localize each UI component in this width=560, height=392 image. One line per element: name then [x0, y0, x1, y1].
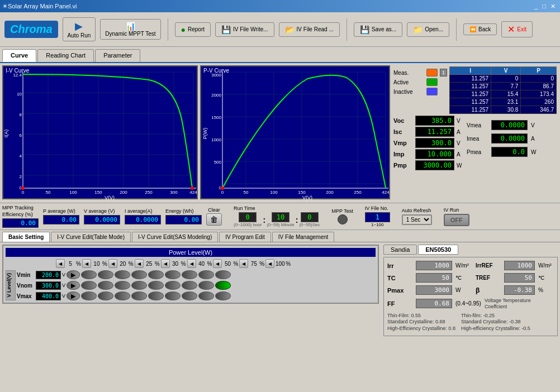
dynamic-mppt-button[interactable]: 📊 Dynamic MPPT Test [100, 19, 160, 40]
tc-input[interactable] [416, 273, 452, 283]
vmax-oval-1[interactable] [81, 291, 97, 300]
vmin-input[interactable] [36, 271, 61, 279]
hour-input[interactable] [239, 212, 257, 222]
pwr-20-down[interactable]: ◀ [108, 259, 117, 268]
tab-sandia[interactable]: Sandia [383, 245, 417, 255]
sec-group: (0~55)Sec [299, 212, 320, 227]
cell-v-0: 0 [491, 75, 521, 83]
vnom-oval-1[interactable] [81, 281, 97, 290]
pwr-10-pct: % [102, 261, 107, 267]
tab-iv-file-mgmt[interactable]: IV File Management [272, 232, 335, 242]
vnom-oval-5[interactable] [148, 281, 164, 290]
pwr-50-down[interactable]: ◀ [213, 259, 222, 268]
vnom-oval-4[interactable] [131, 281, 147, 290]
pmax-input[interactable] [416, 285, 452, 295]
vmax-oval-2[interactable] [98, 291, 113, 300]
irr-ref-input[interactable] [504, 261, 535, 270]
vmax-oval-5[interactable] [148, 291, 164, 300]
tref-input[interactable] [504, 273, 535, 283]
back-button[interactable]: ⏪ Back [463, 23, 497, 35]
vmin-arrow-btn[interactable]: ▶ [67, 270, 80, 279]
vmax-oval-4[interactable] [131, 291, 147, 300]
ff-input[interactable] [416, 299, 452, 308]
auto-refresh-select[interactable]: 1 Sec 2 Sec 5 Sec [402, 214, 432, 225]
iv-write-icon: 💾 [221, 25, 231, 34]
timer-sep-1: : [263, 216, 265, 224]
pwr-75-down[interactable]: ◀ [239, 259, 248, 268]
logo: Chroma [4, 21, 58, 38]
clear-button[interactable]: 🗑 [206, 213, 222, 226]
vmin-oval-6[interactable] [165, 270, 181, 279]
table-row: 11.257 23.1 260 [450, 98, 557, 106]
vmin-oval-7[interactable] [182, 270, 197, 279]
vmp-row: Vmp 300.0 V [393, 138, 463, 148]
sec-input[interactable] [301, 212, 319, 222]
tab-basic-setting[interactable]: Basic Setting [2, 232, 50, 242]
pmp-label: Pmp [393, 162, 413, 169]
tab-iv-sas[interactable]: I-V Curve Edit(SAS Modeling) [132, 232, 218, 242]
vmin-oval-8[interactable] [198, 270, 214, 279]
vmin-oval-2[interactable] [98, 270, 113, 279]
svg-text:10: 10 [17, 92, 22, 97]
vmin-oval-4[interactable] [131, 270, 147, 279]
vmax-oval-6[interactable] [165, 291, 181, 300]
min-input[interactable] [272, 212, 290, 222]
p-avg-value: 0.00 [43, 215, 79, 224]
iv-file-write-button[interactable]: 💾 IV File Write... [215, 22, 274, 37]
open-icon: 📁 [413, 25, 423, 34]
exit-button[interactable]: ✕ Exit [501, 21, 533, 37]
auto-run-button[interactable]: ▶ Auto Run [63, 17, 96, 41]
vmax-oval-9[interactable] [215, 291, 231, 300]
vmax-oval-3[interactable] [115, 291, 130, 300]
vnom-arrow-btn[interactable]: ▶ [67, 281, 80, 290]
restore-btn[interactable]: □ [540, 3, 548, 9]
tab-curve[interactable]: Curve [2, 49, 36, 62]
svg-point-64 [221, 187, 224, 190]
vmin-oval-3[interactable] [115, 270, 130, 279]
vnom-label: Vnom [17, 283, 35, 289]
pwr-30-down[interactable]: ◀ [161, 259, 170, 268]
vmin-oval-1[interactable] [81, 270, 97, 279]
vmin-oval-5[interactable] [148, 270, 164, 279]
vmax-arrow-btn[interactable]: ▶ [67, 291, 80, 300]
tab-en50530[interactable]: EN50530 [418, 245, 458, 255]
pwr-40-down[interactable]: ◀ [187, 259, 196, 268]
tab-reading-chart[interactable]: Reading Chart [37, 49, 94, 62]
open-button[interactable]: 📁 Open... [407, 22, 449, 37]
vnom-oval-7[interactable] [182, 281, 197, 290]
vmax-unit: V [62, 293, 65, 299]
pwr-5-down[interactable]: ◀ [56, 259, 65, 268]
i-avg-label: I average(A) [125, 208, 161, 214]
iv-run-group: IV Run OFF [444, 207, 469, 226]
vmax-oval-8[interactable] [198, 291, 214, 300]
report-button[interactable]: ● Report [175, 22, 211, 37]
vnom-oval-6[interactable] [165, 281, 181, 290]
tab-parameter[interactable]: Parameter [95, 49, 140, 62]
save-as-button[interactable]: 💾 Save as... [354, 22, 402, 37]
cell-i-2: 11.257 [450, 90, 491, 98]
pwr-100-down[interactable]: ◀ [265, 259, 274, 268]
pwr-10-down[interactable]: ◀ [82, 259, 91, 268]
minimize-btn[interactable]: _ [532, 3, 540, 9]
iv-run-button[interactable]: OFF [444, 214, 469, 226]
beta-input[interactable] [504, 285, 535, 295]
meas-indicator-row: Meas. 1 [393, 69, 447, 77]
svg-text:4: 4 [20, 154, 22, 159]
mppt-label: Dynamic MPPT Test [105, 31, 155, 37]
vnom-input[interactable] [36, 281, 61, 290]
iv-file-no-input[interactable] [365, 212, 390, 222]
vmax-input[interactable] [36, 292, 61, 300]
vnom-oval-9-active[interactable] [215, 281, 231, 290]
vmin-oval-9[interactable] [215, 270, 231, 279]
pwr-25-down[interactable]: ◀ [135, 259, 144, 268]
close-btn[interactable]: ✕ [548, 3, 558, 10]
iv-file-read-button[interactable]: 📂 IV File Read ... [279, 22, 340, 37]
vnom-oval-2[interactable] [98, 281, 113, 290]
vnom-oval-3[interactable] [115, 281, 130, 290]
tab-iv-program[interactable]: IV Program Edit [219, 232, 271, 242]
tab-iv-table[interactable]: I-V Curve Edit(Table Mode) [51, 232, 131, 242]
vmp-value: 300.0 [415, 138, 454, 148]
irr-input[interactable] [416, 261, 452, 270]
vnom-oval-8[interactable] [198, 281, 214, 290]
vmax-oval-7[interactable] [182, 291, 197, 300]
